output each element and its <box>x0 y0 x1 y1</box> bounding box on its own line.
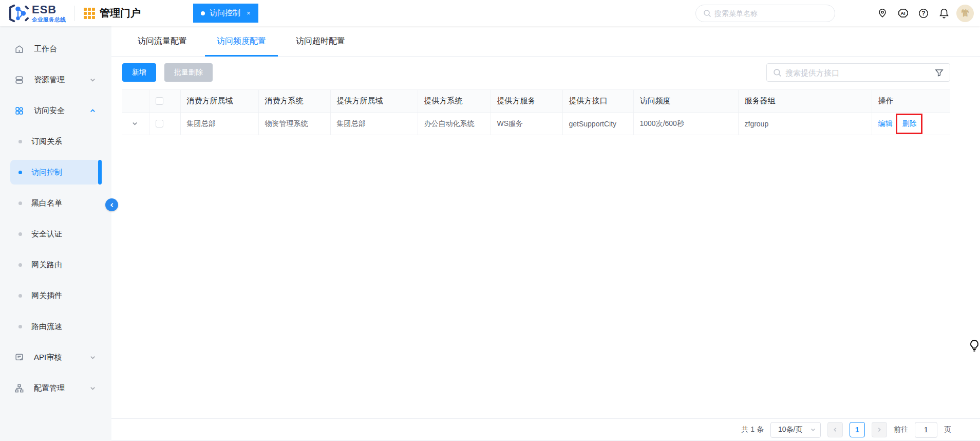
goto-page-input[interactable] <box>915 422 937 438</box>
sidebar-item-config-mgmt[interactable]: 配置管理 <box>0 373 111 403</box>
org-icon <box>14 383 24 393</box>
page-size-value: 10条/页 <box>778 425 802 434</box>
portal-grid-icon <box>84 8 95 19</box>
avatar-text: 管 <box>962 8 969 18</box>
col-provider-interface: 提供方接口 <box>562 90 633 113</box>
logo-subtitle: 企业服务总线 <box>32 17 66 23</box>
home-icon <box>14 44 24 54</box>
open-tab-access-control[interactable]: 访问控制 × <box>193 4 258 23</box>
search-icon <box>703 9 711 17</box>
col-provider-system: 提供方系统 <box>418 90 491 113</box>
ai-assistant-icon[interactable]: AI <box>897 7 909 20</box>
frequency-config-table: 消费方所属域 消费方系统 提供方所属域 提供方系统 提供方服务 提供方接口 访问… <box>122 89 950 135</box>
table-row: 集团总部 物资管理系统 集团总部 办公自动化系统 WS服务 getSupport… <box>122 113 950 135</box>
bullet-dot <box>18 201 22 205</box>
cell-frequency: 1000次/600秒 <box>633 113 738 135</box>
app-header: ESB 企业服务总线 管理门户 访问控制 × <box>0 0 980 26</box>
sidebar: 工作台 资源管理 访问安全 <box>0 26 111 441</box>
active-item-bar <box>98 160 102 185</box>
help-icon[interactable]: ? <box>917 7 930 20</box>
page-suffix-label: 页 <box>944 425 951 434</box>
pagination-bar: 共 1 条 10条/页 1 前往 页 <box>111 418 980 441</box>
chevron-down-icon <box>89 77 96 83</box>
chevron-up-icon <box>89 107 96 114</box>
tab-active-dot <box>201 11 205 15</box>
sidebar-item-blacklist-whitelist[interactable]: 黑白名单 <box>0 188 111 218</box>
tab-close-icon[interactable]: × <box>247 9 251 17</box>
sidebar-item-access-security[interactable]: 访问安全 <box>0 95 111 126</box>
bullet-dot <box>18 171 22 174</box>
chevron-down-icon <box>89 354 96 361</box>
apps-icon <box>14 106 24 116</box>
col-consumer-system: 消费方系统 <box>258 90 330 113</box>
lightbulb-icon[interactable] <box>968 339 980 355</box>
tab-access-flow-config[interactable]: 访问流量配置 <box>126 26 199 56</box>
esb-logo-icon <box>7 3 29 24</box>
col-server-group: 服务器组 <box>738 90 872 113</box>
sidebar-item-resource-mgmt[interactable]: 资源管理 <box>0 64 111 95</box>
delete-link[interactable]: 删除 <box>902 119 916 127</box>
bullet-dot <box>18 140 22 143</box>
total-count-label: 共 1 条 <box>741 425 764 434</box>
tab-access-timeout-config[interactable]: 访问超时配置 <box>284 26 357 56</box>
current-page-button[interactable]: 1 <box>850 422 865 437</box>
tab-label: 访问控制 <box>210 8 240 18</box>
bullet-dot <box>18 232 22 236</box>
menu-search-box[interactable] <box>695 5 835 22</box>
sidebar-item-label: 配置管理 <box>34 383 65 393</box>
search-icon <box>773 68 782 77</box>
sidebar-item-security-auth[interactable]: 安全认证 <box>0 218 111 249</box>
add-button[interactable]: 新增 <box>122 63 156 82</box>
resource-icon <box>14 75 24 85</box>
bell-icon[interactable] <box>938 7 950 20</box>
sidebar-item-gateway-route[interactable]: 网关路由 <box>0 249 111 280</box>
filter-icon[interactable] <box>935 68 944 77</box>
main-content: 访问流量配置 访问频度配置 访问超时配置 新增 批量删除 <box>111 26 980 441</box>
provider-interface-search-input[interactable] <box>785 68 931 77</box>
sidebar-item-label: API审核 <box>34 353 62 362</box>
sidebar-item-label: 访问控制 <box>31 168 62 177</box>
sidebar-item-gateway-plugin[interactable]: 网关插件 <box>0 280 111 311</box>
prev-page-button[interactable] <box>827 422 843 437</box>
user-avatar[interactable]: 管 <box>956 5 974 22</box>
header-divider <box>74 6 74 21</box>
edit-link[interactable]: 编辑 <box>878 119 893 127</box>
sidebar-item-subscription[interactable]: 订阅关系 <box>0 126 111 157</box>
tab-label: 访问超时配置 <box>296 36 345 47</box>
select-all-header <box>149 90 180 113</box>
sidebar-item-workbench[interactable]: 工作台 <box>0 33 111 64</box>
sidebar-item-api-review[interactable]: API审核 <box>0 342 111 373</box>
select-all-checkbox[interactable] <box>156 97 163 105</box>
help-label: ? <box>921 10 925 17</box>
sidebar-item-route-rate[interactable]: 路由流速 <box>0 311 111 342</box>
sidebar-collapse-button[interactable] <box>105 198 118 211</box>
cell-provider-system: 办公自动化系统 <box>418 113 491 135</box>
portal-title-group: 管理门户 <box>84 6 141 20</box>
portal-title: 管理门户 <box>100 6 141 20</box>
toolbar: 新增 批量删除 <box>122 63 950 82</box>
sidebar-item-label: 网关路由 <box>31 260 62 270</box>
sidebar-item-label: 网关插件 <box>31 291 62 301</box>
sidebar-item-label: 访问安全 <box>34 106 65 116</box>
col-actions: 操作 <box>872 90 950 113</box>
cell-consumer-domain: 集团总部 <box>180 113 258 135</box>
row-checkbox[interactable] <box>156 120 163 127</box>
data-table-wrap: 消费方所属域 消费方系统 提供方所属域 提供方系统 提供方服务 提供方接口 访问… <box>122 89 950 418</box>
menu-search-input[interactable] <box>714 9 827 17</box>
row-expand-icon[interactable] <box>131 120 143 127</box>
batch-delete-button[interactable]: 批量删除 <box>164 63 213 82</box>
bullet-dot <box>18 325 22 328</box>
table-search-box[interactable] <box>766 63 950 82</box>
sidebar-item-access-control[interactable]: 访问控制 <box>0 157 111 188</box>
col-frequency: 访问频度 <box>633 90 738 113</box>
bullet-dot <box>18 263 22 267</box>
tab-access-frequency-config[interactable]: 访问频度配置 <box>205 26 278 56</box>
col-provider-domain: 提供方所属域 <box>330 90 418 113</box>
next-page-button[interactable] <box>872 422 887 437</box>
delete-annotation-box: 删除 <box>896 114 922 134</box>
sidebar-item-label: 路由流速 <box>31 322 62 332</box>
page-size-select[interactable]: 10条/页 <box>770 422 821 438</box>
location-icon[interactable] <box>876 7 889 20</box>
sidebar-item-label: 资源管理 <box>34 75 65 85</box>
col-provider-service: 提供方服务 <box>491 90 562 113</box>
